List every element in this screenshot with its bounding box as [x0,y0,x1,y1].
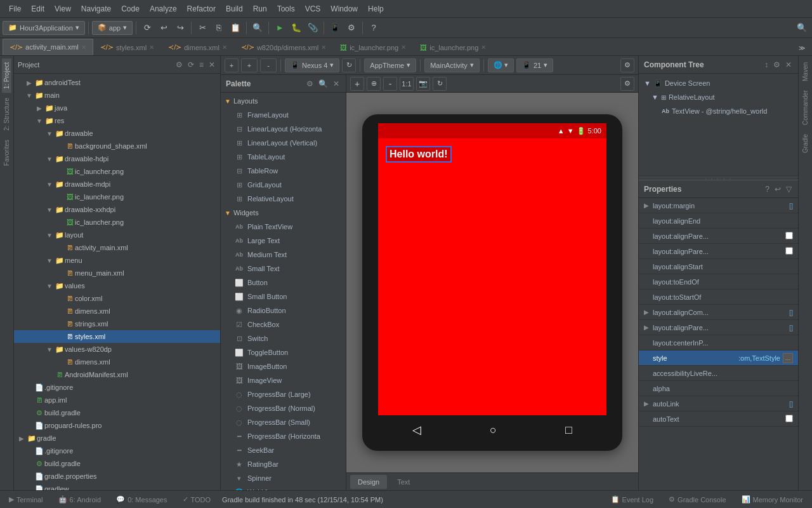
prop-alpha[interactable]: alpha [639,381,798,396]
vtab-project[interactable]: 1: Project [2,58,11,93]
tab-design[interactable]: Design [350,475,387,489]
tree-gitignore-main[interactable]: 📄 .gitignore [14,381,220,394]
palette-item-ratingbar[interactable]: ★ RatingBar [221,457,346,471]
tab-ic-launcher-2[interactable]: 🖼 ic_launcher.png ✕ [413,39,493,55]
tab-styles[interactable]: ≺/≻ styles.xml ✕ [93,39,161,55]
tab-close-dimens[interactable]: ✕ [222,44,227,51]
canvas-zoom-fit[interactable]: ⊕ [367,77,381,91]
palette-item-tablerow[interactable]: ⊟ TableRow [221,164,346,178]
prop-autolink[interactable]: ▶ autoLink [] [639,396,798,411]
canvas-refresh[interactable]: ↻ [433,77,447,91]
event-log-btn[interactable]: 📋 Event Log [607,494,658,505]
palette-item-switch[interactable]: ⊡ Switch [221,331,346,345]
menu-view[interactable]: View [49,4,76,13]
tree-ic-mdpi[interactable]: 🖼 ic_launcher.png [14,190,220,203]
canvas-zoom-actual[interactable]: 1:1 [400,77,414,91]
menu-navigate[interactable]: Navigate [76,4,116,13]
palette-item-checkbox[interactable]: ☑ CheckBox [221,318,346,331]
tree-app-iml[interactable]: 🖹 app.iml [14,394,220,406]
palette-item-imagebutton[interactable]: 🖼 ImageButton [221,359,346,373]
tree-dimens-w820[interactable]: 🖹 dimens.xml [14,356,220,368]
palette-item-progressbar-normal[interactable]: ◌ ProgressBar (Normal) [221,401,346,415]
palette-item-seekbar[interactable]: ━ SeekBar [221,443,346,457]
app-module-btn[interactable]: 📦 app ▾ [92,21,133,35]
prop-checkbox[interactable] [785,232,793,241]
palette-item-gridlayout[interactable]: ⊞ GridLayout [221,178,346,192]
settings-btn[interactable]: ⚙ [620,58,634,72]
palette-group-layouts[interactable]: ▼ Layouts [221,94,346,108]
home-btn[interactable]: ○ [490,424,497,437]
prop-refresh-btn[interactable]: ↩ [773,184,782,195]
tree-menu[interactable]: ▼ 📁 menu [14,254,220,267]
palette-item-large-text[interactable]: Ab Large Text [221,234,346,248]
vtab-maven[interactable]: Maven [801,58,810,85]
prop-layout-alignStart[interactable]: layout:alignStart [639,259,798,274]
api-dropdown[interactable]: 📱 21 ▾ [516,58,553,72]
comp-textview[interactable]: Ab TextView - @string/hello_world [639,104,798,118]
search-everywhere-btn[interactable]: 🔍 [794,20,809,36]
tree-color-xml[interactable]: 🖹 color.xml [14,292,220,305]
memory-monitor-btn[interactable]: 📊 Memory Monitor [738,494,807,505]
prop-layout-toEndOf[interactable]: layout:toEndOf [639,274,798,290]
tab-close-activity-main[interactable]: ✕ [81,44,86,51]
canvas-settings-btn[interactable]: ⚙ [620,77,634,91]
vtab-gradle[interactable]: Gradle [801,130,810,157]
tabs-overflow-btn[interactable]: ≫ [794,40,809,55]
comp-tree-settings-btn[interactable]: ⚙ [772,59,782,70]
zoom-btn[interactable]: + [241,58,258,72]
menu-window[interactable]: Window [325,4,363,13]
undo-btn[interactable]: ↩ [156,20,171,36]
activity-dropdown[interactable]: MainActivity ▾ [424,58,480,72]
vtab-favorites[interactable]: Favorites [2,136,11,170]
tree-gitignore-root[interactable]: 📄 .gitignore [14,444,220,457]
todo-btn[interactable]: ✓ TODO [179,494,215,505]
menu-refactor[interactable]: Refactor [182,4,221,13]
menu-build[interactable]: Build [221,4,248,13]
canvas-zoom-in[interactable]: + [350,77,364,91]
palette-item-medium-text[interactable]: Ab Medium Text [221,248,346,262]
rotate-btn[interactable]: ↻ [342,58,356,72]
tree-drawable[interactable]: ▼ 📁 drawable [14,127,220,140]
recents-btn[interactable]: □ [565,424,572,437]
prop-layout-margin[interactable]: ▶ layout:margin [] [639,198,798,213]
theme-dropdown[interactable]: AppTheme ▾ [364,58,416,72]
prop-layout-alignEnd[interactable]: layout:alignEnd [639,213,798,229]
terminal-btn[interactable]: ▶ Terminal [5,494,47,505]
palette-item-relativelayout[interactable]: ⊞ RelativeLayout [221,192,346,206]
project-settings-btn[interactable]: ⚙ [174,59,184,70]
palette-item-progressbar-small[interactable]: ◌ ProgressBar (Small) [221,415,346,429]
menu-tools[interactable]: Tools [272,4,300,13]
palette-item-small-button[interactable]: ⬜ Small Button [221,290,346,304]
add-layout-btn[interactable]: + [225,58,239,72]
canvas-screenshot[interactable]: 📷 [416,77,430,91]
tab-ic-launcher-1[interactable]: 🖼 ic_launcher.png ✕ [333,39,413,55]
tree-background-shape[interactable]: 🖹 background_shape.xml [14,140,220,152]
palette-item-spinner[interactable]: ▾ Spinner [221,471,346,485]
prop-style[interactable]: style :om,TextStyle … [639,351,798,366]
tree-strings-xml[interactable]: 🖹 strings.xml [14,318,220,330]
tab-dimens[interactable]: ≺/≻ dimens.xml ✕ [161,39,234,55]
avd-btn[interactable]: 📱 [327,20,343,36]
palette-item-progressbar-large[interactable]: ◌ ProgressBar (Large) [221,387,346,401]
prop-more-btn[interactable]: … [783,353,793,363]
tab-close-ic2[interactable]: ✕ [481,44,486,51]
tree-androidTest[interactable]: ▶ 📁 androidTest [14,76,220,89]
tree-gradle-properties[interactable]: 📄 gradle.properties [14,470,220,483]
prop-help-btn[interactable]: ? [764,184,771,195]
prop-layout-alignPare1[interactable]: layout:alignPare... [639,229,798,244]
palette-group-widgets[interactable]: ▼ Widgets [221,206,346,220]
prop-checkbox3[interactable] [785,415,793,424]
android-btn[interactable]: 🤖 6: Android [55,494,105,505]
gradle-console-btn[interactable]: ⚙ Gradle Console [665,494,730,505]
copy-btn[interactable]: ⎘ [211,20,226,36]
palette-settings-btn[interactable]: ⚙ [305,78,315,90]
prop-filter-btn[interactable]: ▽ [785,184,793,195]
help-btn[interactable]: ? [366,20,381,36]
tree-layout[interactable]: ▼ 📁 layout [14,229,220,241]
prop-layout-centerInP[interactable]: layout:centerInP... [639,335,798,351]
tab-w820dp-dimens[interactable]: ≺/≻ w820dp/dimens.xml ✕ [234,39,333,55]
tree-android-manifest[interactable]: 🖹 AndroidManifest.xml [14,368,220,381]
tree-dimens-xml[interactable]: 🖹 dimens.xml [14,305,220,318]
menu-code[interactable]: Code [116,4,145,13]
run-btn[interactable]: ► [272,20,287,36]
